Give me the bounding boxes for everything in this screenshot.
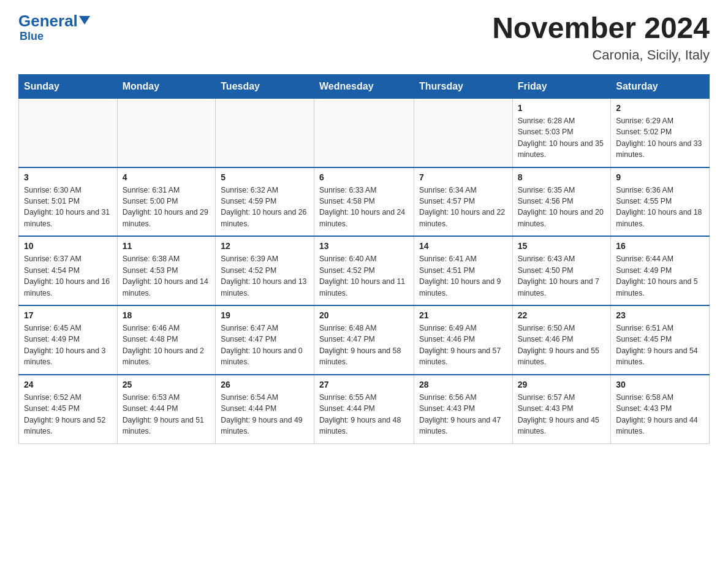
day-number: 13 <box>319 241 409 251</box>
day-info: Sunrise: 6:54 AM Sunset: 4:44 PM Dayligh… <box>221 392 309 437</box>
day-info: Sunrise: 6:41 AM Sunset: 4:51 PM Dayligh… <box>419 253 507 299</box>
day-number: 29 <box>518 380 606 389</box>
calendar-cell: 18Sunrise: 6:46 AM Sunset: 4:48 PM Dayli… <box>117 305 216 375</box>
day-info: Sunrise: 6:49 AM Sunset: 4:46 PM Dayligh… <box>419 323 507 368</box>
day-info: Sunrise: 6:44 AM Sunset: 4:49 PM Dayligh… <box>616 253 704 299</box>
calendar-week-row: 17Sunrise: 6:45 AM Sunset: 4:49 PM Dayli… <box>19 305 710 375</box>
calendar-cell: 3Sunrise: 6:30 AM Sunset: 5:01 PM Daylig… <box>19 167 118 237</box>
day-info: Sunrise: 6:51 AM Sunset: 4:45 PM Dayligh… <box>616 323 704 368</box>
logo-top: General <box>18 12 90 30</box>
day-info: Sunrise: 6:52 AM Sunset: 4:45 PM Dayligh… <box>24 392 112 437</box>
day-info: Sunrise: 6:35 AM Sunset: 4:56 PM Dayligh… <box>518 185 606 230</box>
calendar-cell: 2Sunrise: 6:29 AM Sunset: 5:02 PM Daylig… <box>611 98 710 167</box>
day-number: 18 <box>123 310 211 320</box>
day-number: 14 <box>419 241 507 251</box>
calendar-cell: 5Sunrise: 6:32 AM Sunset: 4:59 PM Daylig… <box>216 167 314 237</box>
weekday-header-saturday: Saturday <box>611 74 710 98</box>
page-header: General Blue November 2024 Caronia, Sici… <box>18 12 710 63</box>
calendar-cell: 1Sunrise: 6:28 AM Sunset: 5:03 PM Daylig… <box>512 98 611 167</box>
day-info: Sunrise: 6:45 AM Sunset: 4:49 PM Dayligh… <box>24 323 112 368</box>
calendar-cell: 7Sunrise: 6:34 AM Sunset: 4:57 PM Daylig… <box>414 167 513 237</box>
day-number: 17 <box>24 310 112 320</box>
day-number: 28 <box>419 380 507 389</box>
calendar-cell: 23Sunrise: 6:51 AM Sunset: 4:45 PM Dayli… <box>611 305 710 375</box>
day-number: 25 <box>123 380 211 389</box>
day-info: Sunrise: 6:53 AM Sunset: 4:44 PM Dayligh… <box>123 392 211 437</box>
day-info: Sunrise: 6:33 AM Sunset: 4:58 PM Dayligh… <box>319 185 409 230</box>
day-info: Sunrise: 6:30 AM Sunset: 5:01 PM Dayligh… <box>24 185 112 230</box>
calendar-cell: 4Sunrise: 6:31 AM Sunset: 5:00 PM Daylig… <box>117 167 216 237</box>
day-info: Sunrise: 6:50 AM Sunset: 4:46 PM Dayligh… <box>518 323 606 368</box>
logo: General Blue <box>18 12 90 43</box>
day-number: 9 <box>616 172 704 182</box>
calendar-cell: 14Sunrise: 6:41 AM Sunset: 4:51 PM Dayli… <box>414 236 513 305</box>
calendar-cell: 24Sunrise: 6:52 AM Sunset: 4:45 PM Dayli… <box>19 375 118 443</box>
calendar-cell: 15Sunrise: 6:43 AM Sunset: 4:50 PM Dayli… <box>512 236 611 305</box>
page-subtitle: Caronia, Sicily, Italy <box>492 47 710 63</box>
calendar-cell <box>216 98 314 167</box>
calendar-cell: 22Sunrise: 6:50 AM Sunset: 4:46 PM Dayli… <box>512 305 611 375</box>
day-info: Sunrise: 6:47 AM Sunset: 4:47 PM Dayligh… <box>221 323 309 368</box>
day-number: 15 <box>518 241 606 251</box>
calendar-cell: 8Sunrise: 6:35 AM Sunset: 4:56 PM Daylig… <box>512 167 611 237</box>
day-info: Sunrise: 6:55 AM Sunset: 4:44 PM Dayligh… <box>319 392 409 437</box>
day-number: 27 <box>319 380 409 389</box>
day-number: 23 <box>616 310 704 320</box>
calendar-week-row: 1Sunrise: 6:28 AM Sunset: 5:03 PM Daylig… <box>19 98 710 167</box>
calendar-cell: 17Sunrise: 6:45 AM Sunset: 4:49 PM Dayli… <box>19 305 118 375</box>
day-number: 26 <box>221 380 309 389</box>
day-info: Sunrise: 6:57 AM Sunset: 4:43 PM Dayligh… <box>518 392 606 437</box>
calendar-cell <box>314 98 414 167</box>
day-number: 6 <box>319 172 409 182</box>
logo-triangle-icon <box>79 16 90 25</box>
day-info: Sunrise: 6:56 AM Sunset: 4:43 PM Dayligh… <box>419 392 507 437</box>
calendar-cell: 16Sunrise: 6:44 AM Sunset: 4:49 PM Dayli… <box>611 236 710 305</box>
day-info: Sunrise: 6:38 AM Sunset: 4:53 PM Dayligh… <box>123 253 211 299</box>
calendar-cell: 9Sunrise: 6:36 AM Sunset: 4:55 PM Daylig… <box>611 167 710 237</box>
calendar-cell: 6Sunrise: 6:33 AM Sunset: 4:58 PM Daylig… <box>314 167 414 237</box>
calendar-cell: 29Sunrise: 6:57 AM Sunset: 4:43 PM Dayli… <box>512 375 611 443</box>
day-number: 11 <box>123 241 211 251</box>
day-info: Sunrise: 6:29 AM Sunset: 5:02 PM Dayligh… <box>616 115 704 161</box>
calendar-cell: 10Sunrise: 6:37 AM Sunset: 4:54 PM Dayli… <box>19 236 118 305</box>
calendar-cell: 13Sunrise: 6:40 AM Sunset: 4:52 PM Dayli… <box>314 236 414 305</box>
calendar-cell: 25Sunrise: 6:53 AM Sunset: 4:44 PM Dayli… <box>117 375 216 443</box>
day-info: Sunrise: 6:37 AM Sunset: 4:54 PM Dayligh… <box>24 253 112 299</box>
day-number: 10 <box>24 241 112 251</box>
weekday-header-wednesday: Wednesday <box>314 74 414 98</box>
day-number: 2 <box>616 103 704 113</box>
day-number: 24 <box>24 380 112 389</box>
weekday-header-row: SundayMondayTuesdayWednesdayThursdayFrid… <box>19 74 710 98</box>
calendar-table: SundayMondayTuesdayWednesdayThursdayFrid… <box>18 74 710 444</box>
day-number: 16 <box>616 241 704 251</box>
logo-blue: Blue <box>20 30 44 43</box>
weekday-header-friday: Friday <box>512 74 611 98</box>
calendar-cell: 12Sunrise: 6:39 AM Sunset: 4:52 PM Dayli… <box>216 236 314 305</box>
day-number: 22 <box>518 310 606 320</box>
day-number: 8 <box>518 172 606 182</box>
logo-general: General <box>18 12 78 30</box>
page-title: November 2024 <box>492 12 710 45</box>
day-info: Sunrise: 6:34 AM Sunset: 4:57 PM Dayligh… <box>419 185 507 230</box>
day-info: Sunrise: 6:32 AM Sunset: 4:59 PM Dayligh… <box>221 185 309 230</box>
calendar-cell <box>414 98 513 167</box>
weekday-header-tuesday: Tuesday <box>216 74 314 98</box>
day-info: Sunrise: 6:40 AM Sunset: 4:52 PM Dayligh… <box>319 253 409 299</box>
day-number: 12 <box>221 241 309 251</box>
calendar-cell: 20Sunrise: 6:48 AM Sunset: 4:47 PM Dayli… <box>314 305 414 375</box>
day-number: 19 <box>221 310 309 320</box>
day-info: Sunrise: 6:43 AM Sunset: 4:50 PM Dayligh… <box>518 253 606 299</box>
calendar-cell: 28Sunrise: 6:56 AM Sunset: 4:43 PM Dayli… <box>414 375 513 443</box>
calendar-cell <box>117 98 216 167</box>
day-number: 3 <box>24 172 112 182</box>
calendar-cell <box>19 98 118 167</box>
weekday-header-monday: Monday <box>117 74 216 98</box>
day-info: Sunrise: 6:28 AM Sunset: 5:03 PM Dayligh… <box>518 115 606 161</box>
calendar-cell: 30Sunrise: 6:58 AM Sunset: 4:43 PM Dayli… <box>611 375 710 443</box>
day-info: Sunrise: 6:36 AM Sunset: 4:55 PM Dayligh… <box>616 185 704 230</box>
day-info: Sunrise: 6:58 AM Sunset: 4:43 PM Dayligh… <box>616 392 704 437</box>
day-number: 4 <box>123 172 211 182</box>
day-number: 20 <box>319 310 409 320</box>
weekday-header-sunday: Sunday <box>19 74 118 98</box>
day-number: 30 <box>616 380 704 389</box>
